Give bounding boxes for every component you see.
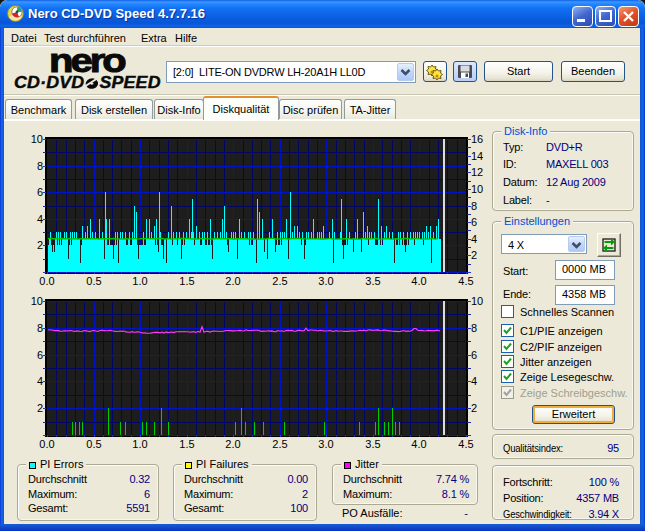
svg-text:0.0: 0.0 xyxy=(39,438,54,450)
svg-text:6: 6 xyxy=(471,216,477,228)
svg-text:1.0: 1.0 xyxy=(132,275,147,287)
svg-text:4: 4 xyxy=(37,375,43,387)
svg-text:2.5: 2.5 xyxy=(272,438,287,450)
svg-text:12: 12 xyxy=(471,166,483,178)
svg-text:1.5: 1.5 xyxy=(179,438,194,450)
svg-text:2: 2 xyxy=(37,239,43,251)
svg-text:10: 10 xyxy=(31,133,43,145)
svg-text:2.0: 2.0 xyxy=(225,438,240,450)
svg-text:2: 2 xyxy=(37,402,43,414)
svg-text:4: 4 xyxy=(471,375,477,387)
svg-text:2.0: 2.0 xyxy=(225,275,240,287)
svg-text:0.5: 0.5 xyxy=(86,275,101,287)
svg-text:2.5: 2.5 xyxy=(272,275,287,287)
svg-text:4.5: 4.5 xyxy=(458,438,473,450)
svg-text:14: 14 xyxy=(471,150,483,162)
svg-text:8: 8 xyxy=(37,160,43,172)
svg-text:10: 10 xyxy=(471,183,483,195)
svg-text:3.0: 3.0 xyxy=(318,438,333,450)
svg-text:0.0: 0.0 xyxy=(39,275,54,287)
svg-text:10: 10 xyxy=(31,295,43,307)
svg-text:10: 10 xyxy=(471,295,483,307)
svg-text:8: 8 xyxy=(37,322,43,334)
svg-text:2: 2 xyxy=(471,249,477,261)
svg-text:6: 6 xyxy=(37,186,43,198)
svg-text:4: 4 xyxy=(37,213,43,225)
svg-text:4.0: 4.0 xyxy=(411,438,426,450)
svg-text:8: 8 xyxy=(471,322,477,334)
svg-text:6: 6 xyxy=(37,349,43,361)
svg-text:2: 2 xyxy=(471,402,477,414)
svg-text:3.5: 3.5 xyxy=(365,275,380,287)
svg-text:6: 6 xyxy=(471,349,477,361)
svg-text:4: 4 xyxy=(471,233,477,245)
svg-text:8: 8 xyxy=(471,200,477,212)
svg-text:3.0: 3.0 xyxy=(318,275,333,287)
svg-text:1.0: 1.0 xyxy=(132,438,147,450)
svg-text:4.5: 4.5 xyxy=(458,275,473,287)
svg-text:0.5: 0.5 xyxy=(86,438,101,450)
svg-text:4.0: 4.0 xyxy=(411,275,426,287)
svg-text:16: 16 xyxy=(471,133,483,145)
svg-text:1.5: 1.5 xyxy=(179,275,194,287)
svg-text:3.5: 3.5 xyxy=(365,438,380,450)
